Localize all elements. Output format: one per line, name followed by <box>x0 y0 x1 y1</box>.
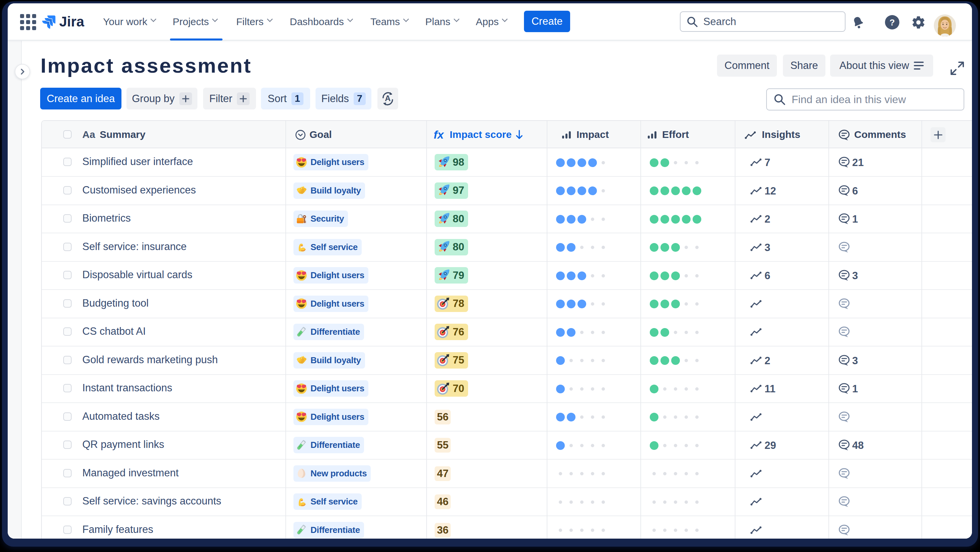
svg-text:A: A <box>385 94 390 103</box>
svg-text:?: ? <box>890 18 895 27</box>
